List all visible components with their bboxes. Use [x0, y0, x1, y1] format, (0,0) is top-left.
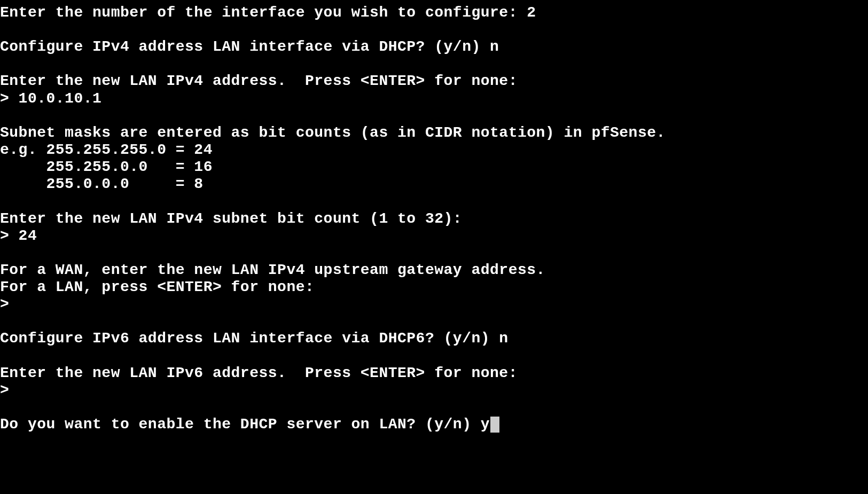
terminal-line-8: e.g. 255.255.255.0 = 24 — [0, 142, 868, 159]
terminal-text: > — [0, 296, 19, 312]
terminal-text: Configure IPv4 address LAN interface via… — [0, 38, 490, 55]
terminal-text: Configure IPv6 address LAN interface via… — [0, 330, 499, 347]
terminal-text: Enter the new LAN IPv4 address. Press <E… — [0, 73, 518, 89]
terminal-line-16: For a LAN, press <ENTER> for none: — [0, 279, 868, 296]
terminal-line-15: For a WAN, enter the new LAN IPv4 upstre… — [0, 262, 868, 279]
terminal-line-3 — [0, 56, 868, 73]
terminal-text: 255.0.0.0 = 8 — [0, 176, 204, 192]
terminal-user-input: 10.0.10.1 — [19, 90, 102, 107]
terminal-text: > — [0, 90, 19, 107]
terminal-text: 255.255.0.0 = 16 — [0, 159, 213, 175]
terminal-line-2: Configure IPv4 address LAN interface via… — [0, 38, 868, 56]
terminal-line-1 — [0, 21, 868, 38]
terminal-text: e.g. 255.255.255.0 = 24 — [0, 142, 213, 158]
terminal-text: > — [0, 228, 19, 244]
terminal-user-input: n — [499, 330, 508, 347]
terminal-line-4: Enter the new LAN IPv4 address. Press <E… — [0, 73, 868, 90]
terminal-text: Subnet masks are entered as bit counts (… — [0, 124, 666, 141]
terminal-text: For a LAN, press <ENTER> for none: — [0, 279, 314, 295]
terminal-text: > — [0, 382, 19, 398]
terminal-line-17: > — [0, 296, 868, 313]
terminal-line-12: Enter the new LAN IPv4 subnet bit count … — [0, 210, 868, 228]
terminal-line-6 — [0, 107, 868, 124]
terminal-user-input: n — [490, 38, 499, 55]
terminal-text: Enter the new LAN IPv6 address. Press <E… — [0, 365, 518, 381]
terminal-line-0: Enter the number of the interface you wi… — [0, 4, 868, 21]
terminal-line-13: > 24 — [0, 228, 868, 245]
terminal-line-14 — [0, 245, 868, 262]
terminal-line-24[interactable]: Do you want to enable the DHCP server on… — [0, 416, 868, 433]
terminal-line-22: > — [0, 382, 868, 399]
terminal-text: For a WAN, enter the new LAN IPv4 upstre… — [0, 262, 545, 278]
terminal-text: Enter the new LAN IPv4 subnet bit count … — [0, 210, 462, 227]
terminal-line-18 — [0, 313, 868, 330]
terminal-cursor-icon — [490, 417, 499, 433]
terminal-user-input[interactable]: y — [481, 416, 490, 433]
terminal-line-19: Configure IPv6 address LAN interface via… — [0, 330, 868, 347]
terminal-user-input: 2 — [527, 4, 536, 21]
terminal-user-input: 24 — [19, 228, 37, 244]
terminal-line-23 — [0, 399, 868, 416]
terminal-line-9: 255.255.0.0 = 16 — [0, 159, 868, 176]
terminal-console[interactable]: Enter the number of the interface you wi… — [0, 4, 868, 433]
terminal-line-21: Enter the new LAN IPv6 address. Press <E… — [0, 365, 868, 382]
terminal-text: Enter the number of the interface you wi… — [0, 4, 527, 21]
terminal-line-10: 255.0.0.0 = 8 — [0, 176, 868, 193]
terminal-text: Do you want to enable the DHCP server on… — [0, 416, 481, 433]
terminal-line-20 — [0, 348, 868, 365]
terminal-line-11 — [0, 193, 868, 210]
terminal-line-5: > 10.0.10.1 — [0, 90, 868, 107]
terminal-line-7: Subnet masks are entered as bit counts (… — [0, 124, 868, 142]
